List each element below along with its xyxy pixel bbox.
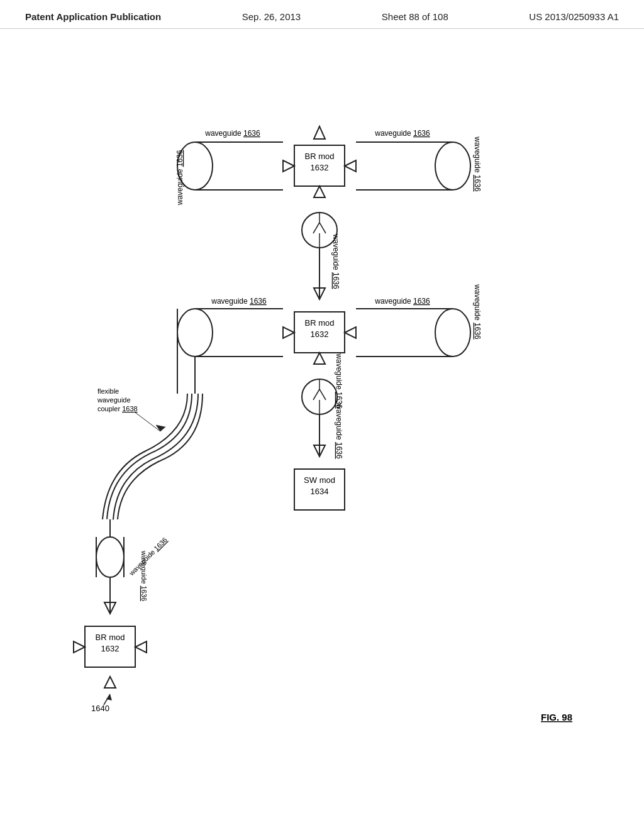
flex-coupler-label2: waveguide: [97, 396, 131, 404]
coupler-label-arrow: [135, 412, 160, 431]
arrow-right-top-left: [283, 160, 294, 172]
br-mod-label-mid: BR mod: [305, 318, 335, 328]
arrow-down-top: [314, 186, 325, 197]
arrow-up-top: [314, 126, 325, 139]
sw-mod-label: SW mod: [304, 475, 335, 485]
wg-label-bot-left-vert: waveguide 1636: [140, 550, 148, 601]
wg-label-top-left-vert: waveguide 1636: [175, 150, 184, 206]
arrow-right-mid-left: [283, 327, 294, 338]
br-mod-num-mid: 1632: [311, 329, 329, 339]
publication-type: Patent Application Publication: [25, 11, 161, 22]
sw-mod-num: 1634: [311, 487, 329, 496]
wg-label-vert-mid2: waveguide 1636: [335, 353, 343, 409]
page-header: Patent Application Publication Sep. 26, …: [0, 0, 644, 29]
flex-coupler-inner: [110, 394, 195, 519]
wg-label-mid-right: waveguide 1636: [374, 297, 430, 306]
diagram-area: BR mod 1632 waveguide 1636 waveguide 163…: [0, 29, 644, 821]
waveguide-circle-mid-right: [435, 309, 470, 357]
wg-label-top-right: waveguide 1636: [374, 129, 430, 138]
label-1640: 1640: [91, 704, 109, 713]
br-mod-label-top: BR mod: [305, 152, 335, 161]
wg-label-vert-mid: waveguide 1636: [331, 233, 340, 289]
fig-label: FIG. 98: [541, 712, 572, 722]
patent-number: US 2013/0250933 A1: [529, 11, 619, 22]
coupler-label-arrowhead: [156, 425, 165, 431]
sheet-number: Sheet 88 of 108: [382, 11, 448, 22]
publication-date: Sep. 26, 2013: [242, 11, 301, 22]
arrow-left-bot-left: [74, 641, 85, 653]
arrow-right-bot-left: [135, 641, 147, 653]
br-mod-num-top: 1632: [311, 163, 329, 172]
wg-label-right-vert: waveguide 1636: [473, 284, 482, 340]
waveguide-circle-top-right: [435, 142, 470, 190]
arrow-down-bot-left2: [104, 677, 116, 688]
arrow-down-mid-2: [314, 353, 325, 364]
waveguide-circle-bot-left: [96, 537, 124, 577]
wg-label-mid-left: waveguide 1636: [211, 297, 267, 306]
waveguide-circle-mid-left: [177, 309, 213, 357]
flex-coupler-label3: coupler 1638: [97, 405, 138, 412]
flex-coupler-label: flexible: [97, 387, 119, 395]
wg-label-vert-mid3: waveguide 1636: [335, 403, 343, 459]
wg-label-right-vert2: waveguide 1636: [473, 136, 482, 192]
wg-label-top-left: waveguide 1636: [204, 129, 260, 138]
arrow-left-top-right: [345, 160, 356, 172]
br-mod-label-bot-left: BR mod: [96, 633, 125, 642]
br-mod-num-bot-left: 1632: [101, 644, 119, 653]
arrow-left-mid-right: [345, 327, 356, 338]
patent-diagram: BR mod 1632 waveguide 1636 waveguide 163…: [0, 29, 644, 821]
